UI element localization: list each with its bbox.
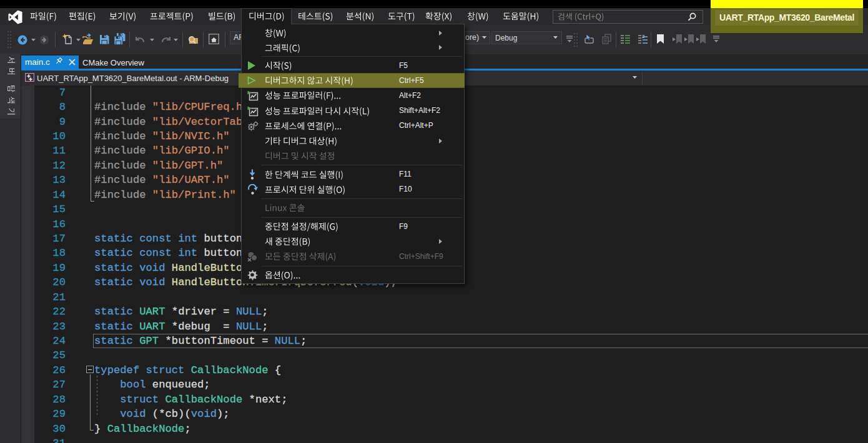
svg-text:2: 2 — [642, 34, 645, 39]
